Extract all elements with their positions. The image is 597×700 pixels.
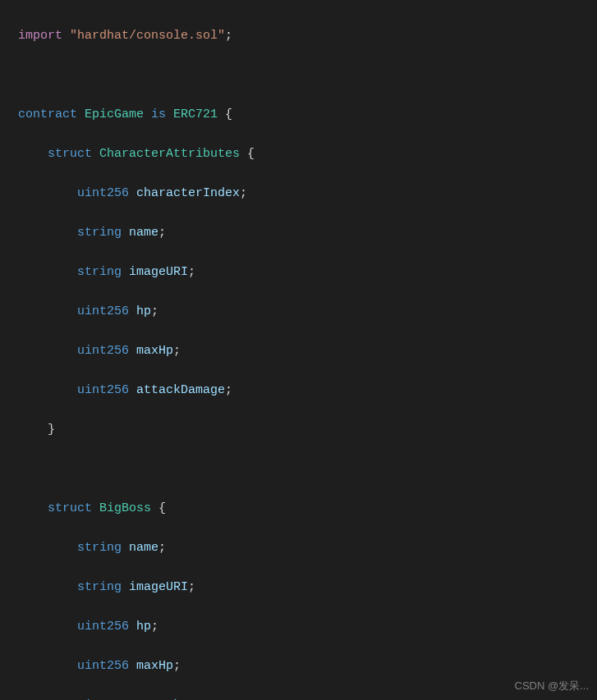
type-keyword: uint256 <box>77 620 129 634</box>
keyword-is: is <box>151 108 166 121</box>
code-line: uint256 characterIndex; <box>18 184 597 204</box>
type-keyword: uint256 <box>77 344 129 358</box>
semicolon: ; <box>158 226 166 240</box>
keyword-struct: struct <box>48 147 92 161</box>
semicolon: ; <box>173 659 181 673</box>
code-line: uint256 attackDamage; <box>18 696 597 700</box>
code-line: uint256 maxHp; <box>18 341 597 361</box>
code-line: contract EpicGame is ERC721 { <box>18 105 597 125</box>
brace: { <box>218 108 232 121</box>
code-line: string name; <box>18 223 597 243</box>
field-name: name <box>129 226 158 240</box>
semicolon: ; <box>225 383 232 397</box>
code-block: import "hardhat/console.sol"; contract E… <box>0 7 597 700</box>
type-keyword: uint256 <box>77 659 129 673</box>
type-keyword: uint256 <box>77 383 129 397</box>
code-line <box>18 66 597 85</box>
semicolon: ; <box>173 344 181 358</box>
type-keyword: uint256 <box>77 186 129 200</box>
watermark: CSDN @发呆... <box>515 678 589 695</box>
struct-name: BigBoss <box>99 501 151 515</box>
type-keyword: string <box>77 541 122 555</box>
field-name: name <box>129 541 158 555</box>
field-name: hp <box>136 620 151 634</box>
field-name: imageURI <box>129 265 188 279</box>
brace: { <box>240 147 255 161</box>
brace: { <box>151 501 166 515</box>
keyword-import: import <box>18 29 62 43</box>
semicolon: ; <box>158 541 166 555</box>
field-name: imageURI <box>129 580 188 594</box>
struct-name: CharacterAttributes <box>99 147 240 161</box>
semicolon: ; <box>151 304 158 318</box>
keyword-struct: struct <box>48 501 92 515</box>
field-name: hp <box>136 304 151 318</box>
code-line: string imageURI; <box>18 263 597 282</box>
code-line: } <box>18 420 597 440</box>
code-line: struct CharacterAttributes { <box>18 144 597 164</box>
type-keyword: string <box>77 580 122 594</box>
field-name: maxHp <box>136 659 173 673</box>
semicolon: ; <box>188 265 195 279</box>
keyword-contract: contract <box>18 108 77 121</box>
code-line: uint256 hp; <box>18 617 597 637</box>
semicolon: ; <box>151 620 158 634</box>
semicolon: ; <box>188 580 195 594</box>
field-name: attackDamage <box>136 383 225 397</box>
code-line <box>18 460 597 479</box>
code-line: string name; <box>18 538 597 558</box>
contract-name: EpicGame <box>85 108 144 121</box>
type-keyword: uint256 <box>77 304 129 318</box>
base-type: ERC721 <box>173 108 218 121</box>
code-line: string imageURI; <box>18 578 597 597</box>
brace: } <box>48 423 55 437</box>
code-line: uint256 hp; <box>18 302 597 322</box>
semicolon: ; <box>225 29 232 43</box>
code-line: uint256 maxHp; <box>18 657 597 676</box>
semicolon: ; <box>240 186 247 200</box>
type-keyword: string <box>77 226 122 240</box>
code-line: uint256 attackDamage; <box>18 381 597 400</box>
code-line: import "hardhat/console.sol"; <box>18 26 597 46</box>
field-name: characterIndex <box>136 186 240 200</box>
type-keyword: string <box>77 265 122 279</box>
string-literal: "hardhat/console.sol" <box>70 29 225 43</box>
field-name: maxHp <box>136 344 173 358</box>
code-line: struct BigBoss { <box>18 499 597 519</box>
